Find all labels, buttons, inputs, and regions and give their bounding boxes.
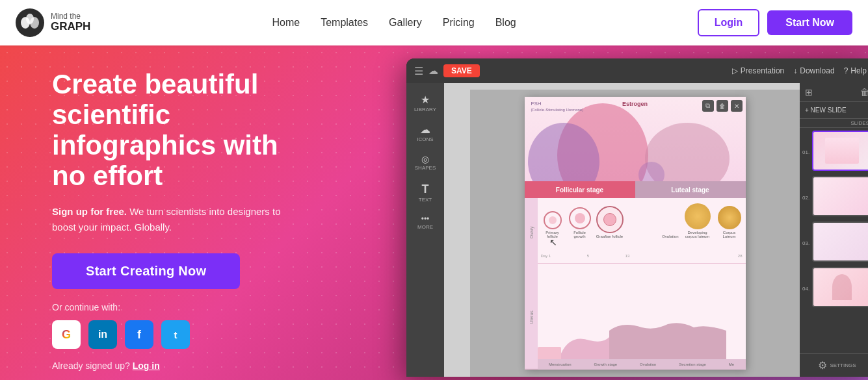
svg-point-2 xyxy=(26,14,34,24)
slide-thumb-1[interactable] xyxy=(812,131,868,171)
continue-text: Or continue with: xyxy=(52,302,286,312)
slide-num-2: 02. xyxy=(802,195,809,201)
logo-icon xyxy=(16,8,44,37)
slides-header: ⊞ 🗑 xyxy=(800,83,868,102)
corpus-luteum: Corpus Luteum xyxy=(717,206,743,238)
hero-subtitle-bold: Sign up for free. xyxy=(52,206,127,217)
nav-actions: Login Start Now xyxy=(698,9,852,36)
slide-thumb-2[interactable] xyxy=(812,176,868,216)
nav-gallery[interactable]: Gallery xyxy=(389,17,422,29)
duplicate-icon[interactable]: ⧉ xyxy=(702,100,714,112)
luteal-stage-label: Luteal stage xyxy=(635,181,746,198)
facebook-icon: f xyxy=(137,328,141,342)
growth-stage-label: Growth stage xyxy=(594,362,617,366)
settings-label: SETTINGS xyxy=(830,362,856,368)
hero-left: Create beautiful scientific infographics… xyxy=(0,45,312,380)
follicular-stage-label: Follicular stage xyxy=(525,181,635,198)
delete-icon[interactable]: 🗑 xyxy=(717,100,728,112)
close-buttons: ⧉ 🗑 ✕ xyxy=(702,100,743,112)
follicle-growth: Follicle growth xyxy=(568,207,592,238)
help-icon: ? xyxy=(844,66,848,75)
uterus-label: Uterus xyxy=(525,266,538,370)
app-preview: ☰ ☁ SAVE ▷ Presentation ↓ Download ? Hel… xyxy=(406,58,868,377)
slide-num-4: 04. xyxy=(802,286,809,292)
menu-icon[interactable]: ☰ xyxy=(414,65,423,77)
slide-thumb-4[interactable] xyxy=(812,267,868,307)
icons-icon: ☁ xyxy=(420,123,430,136)
nav-links: Home Templates Gallery Pricing Blog xyxy=(272,17,516,29)
download-icon: ↓ xyxy=(793,66,797,75)
linkedin-login-button[interactable]: in xyxy=(88,320,117,349)
close-icon[interactable]: ✕ xyxy=(731,100,743,112)
slide-thumb-3[interactable] xyxy=(812,222,868,262)
delete-slide-icon: 🗑 xyxy=(860,87,868,97)
tool-text[interactable]: T TEXT xyxy=(409,178,441,207)
login-link[interactable]: Log in xyxy=(133,361,160,371)
tool-icons[interactable]: ☁ ICONS xyxy=(409,118,441,147)
hero-subtitle: Sign up for free. We turn scientists int… xyxy=(52,204,286,235)
linkedin-icon: in xyxy=(98,329,107,340)
estrogen-label: Estrogen xyxy=(622,101,648,107)
facebook-login-button[interactable]: f xyxy=(125,320,153,349)
save-button[interactable]: SAVE xyxy=(443,64,480,77)
social-buttons: G in f t xyxy=(52,320,286,349)
twitter-login-button[interactable]: t xyxy=(161,320,190,349)
navbar: Mind the GRAPH Home Templates Gallery Pr… xyxy=(0,0,868,45)
start-creating-button[interactable]: Start Creating Now xyxy=(52,253,240,289)
tool-shapes[interactable]: ◎ SHAPES xyxy=(409,148,441,177)
secretion-stage-label: Secretion stage xyxy=(679,362,706,366)
day-axis: Day 151328 xyxy=(541,254,743,258)
hero-title: Create beautiful scientific infographics… xyxy=(52,69,286,191)
shapes-icon: ◎ xyxy=(421,154,429,164)
hero-section: Create beautiful scientific infographics… xyxy=(0,45,868,380)
more-icon: ••• xyxy=(421,214,430,223)
topbar-right: ▷ Presentation ↓ Download ? Help xyxy=(732,66,867,75)
nav-templates[interactable]: Templates xyxy=(321,17,368,29)
developing-corpus: Developing corpus luteum xyxy=(683,203,713,238)
download-link[interactable]: ↓ Download xyxy=(793,66,834,75)
cloud-icon: ☁ xyxy=(428,65,438,77)
tool-library[interactable]: ★ LIBRARY xyxy=(409,88,441,117)
nav-blog[interactable]: Blog xyxy=(495,17,516,29)
google-icon: G xyxy=(62,328,71,342)
fsh-label: FSH(Follicle-Stimulating Hormone) xyxy=(531,101,584,112)
ovulation-stage-label: Ovulation xyxy=(640,362,656,366)
start-now-button[interactable]: Start Now xyxy=(767,10,852,35)
presentation-link[interactable]: ▷ Presentation xyxy=(732,66,784,75)
app-sidebar: ★ LIBRARY ☁ ICONS ◎ SHAPES T TEXT ••• xyxy=(406,83,444,377)
ovary-label: Ovary xyxy=(525,198,538,266)
primary-follicle: Primary follicle xyxy=(541,211,564,238)
app-body: ★ LIBRARY ☁ ICONS ◎ SHAPES T TEXT ••• xyxy=(406,83,868,377)
nav-home[interactable]: Home xyxy=(272,17,300,29)
slide-thumbnails: 01. 02. xyxy=(800,128,868,353)
slide-num-3: 03. xyxy=(802,240,809,246)
login-button[interactable]: Login xyxy=(698,9,760,36)
logo[interactable]: Mind the GRAPH xyxy=(16,8,90,37)
settings-icon: ⚙ xyxy=(818,359,827,372)
stage-labels: Follicular stage Luteal stage xyxy=(525,181,746,198)
app-canvas[interactable]: Estrogen FSH(Follicle-Stimulating Hormon… xyxy=(444,83,800,377)
text-icon: T xyxy=(422,183,429,196)
logo-graph: GRAPH xyxy=(51,21,90,33)
graafian-follicle: Graafian follicle xyxy=(596,206,624,238)
cursor-indicator: ↖ xyxy=(549,237,557,247)
menstruation-label: Menstruation xyxy=(549,362,572,366)
logo-text: Mind the GRAPH xyxy=(51,12,90,33)
slides-panel: ⊞ 🗑 + NEW SLIDE SLIDES 01. xyxy=(800,83,868,377)
signin-text: Already signed up? Log in xyxy=(52,361,286,371)
play-icon: ▷ xyxy=(732,66,738,75)
ovulation-indicator: Ovulation xyxy=(662,234,678,238)
twitter-icon: t xyxy=(174,329,178,340)
tool-more[interactable]: ••• MORE xyxy=(409,208,441,236)
slide-num-1: 01. xyxy=(802,149,809,155)
library-icon: ★ xyxy=(421,94,430,106)
help-link[interactable]: ? Help xyxy=(844,66,867,75)
nav-pricing[interactable]: Pricing xyxy=(443,17,475,29)
me-label: Me xyxy=(729,362,734,366)
new-slide-button[interactable]: + NEW SLIDE xyxy=(805,105,847,116)
slides-label: SLIDES xyxy=(800,119,868,128)
slides-icon: ⊞ xyxy=(805,87,813,97)
settings-panel[interactable]: ⚙ SETTINGS xyxy=(800,353,868,377)
app-topbar: ☰ ☁ SAVE ▷ Presentation ↓ Download ? Hel… xyxy=(406,58,868,83)
google-login-button[interactable]: G xyxy=(52,320,81,349)
